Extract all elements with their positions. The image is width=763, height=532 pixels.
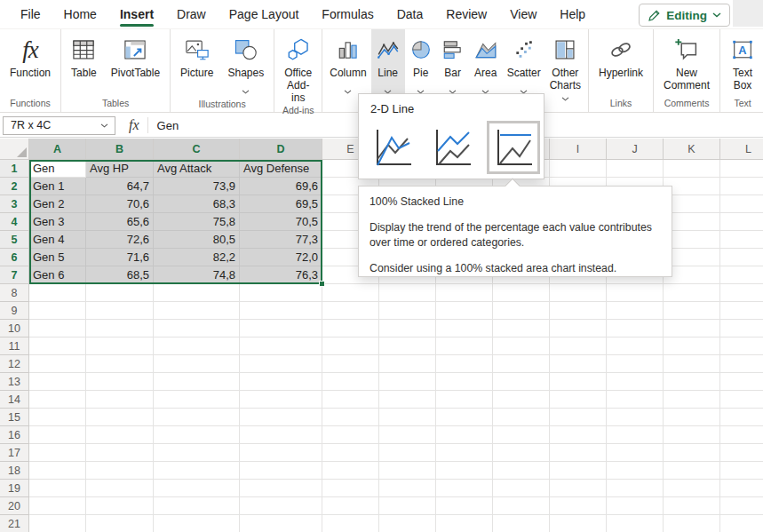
- cell-g10[interactable]: [436, 320, 493, 337]
- cell-c15[interactable]: [154, 409, 240, 426]
- cell-l20[interactable]: [720, 497, 763, 515]
- chart-option-100-stacked-line[interactable]: [491, 125, 536, 170]
- cell-k20[interactable]: [664, 497, 720, 515]
- cell-a9[interactable]: [29, 302, 86, 320]
- cell-a3[interactable]: Gen 2: [29, 195, 86, 213]
- text-box-button[interactable]: AText Box: [723, 29, 762, 97]
- cell-d7[interactable]: 76,3: [240, 266, 322, 284]
- cell-a10[interactable]: [29, 320, 86, 337]
- cell-d16[interactable]: [240, 426, 322, 444]
- cell-e15[interactable]: [322, 409, 379, 426]
- menu-tab-review[interactable]: Review: [434, 0, 498, 29]
- cell-g16[interactable]: [436, 426, 493, 444]
- cell-k15[interactable]: [664, 409, 720, 426]
- chart-option-line[interactable]: [370, 125, 415, 170]
- row-header-17[interactable]: 17: [0, 444, 29, 462]
- cell-l17[interactable]: [720, 444, 763, 462]
- cell-c6[interactable]: 82,2: [154, 249, 240, 266]
- row-header-20[interactable]: 20: [0, 497, 29, 515]
- cell-a7[interactable]: Gen 6: [29, 266, 86, 284]
- menu-tab-page-layout[interactable]: Page Layout: [218, 0, 311, 29]
- column-header-k[interactable]: K: [664, 139, 720, 160]
- cell-f11[interactable]: [379, 337, 436, 355]
- column-header-c[interactable]: C: [154, 139, 240, 160]
- cell-h15[interactable]: [493, 409, 550, 426]
- table-button[interactable]: Table: [64, 29, 104, 97]
- cell-d12[interactable]: [240, 355, 322, 373]
- cell-h12[interactable]: [493, 355, 550, 373]
- cell-b12[interactable]: [86, 355, 154, 373]
- cell-i19[interactable]: [550, 480, 607, 497]
- cell-j9[interactable]: [607, 302, 664, 320]
- cell-j10[interactable]: [607, 320, 664, 337]
- cell-i1[interactable]: [550, 160, 607, 178]
- cell-b1[interactable]: Avg HP: [86, 160, 154, 178]
- cell-e18[interactable]: [322, 462, 379, 480]
- cell-g15[interactable]: [436, 409, 493, 426]
- cell-i10[interactable]: [550, 320, 607, 337]
- cell-a21[interactable]: [29, 515, 86, 532]
- cell-b18[interactable]: [86, 462, 154, 480]
- row-header-13[interactable]: 13: [0, 373, 29, 391]
- cell-h11[interactable]: [493, 337, 550, 355]
- cell-a2[interactable]: Gen 1: [29, 178, 86, 195]
- cell-b6[interactable]: 71,6: [86, 249, 154, 266]
- cell-b11[interactable]: [86, 337, 154, 355]
- cell-j11[interactable]: [607, 337, 664, 355]
- formula-input[interactable]: Gen: [157, 119, 179, 132]
- cell-b5[interactable]: 72,6: [86, 231, 154, 249]
- row-header-3[interactable]: 3: [0, 195, 29, 213]
- cell-f17[interactable]: [379, 444, 436, 462]
- cell-l12[interactable]: [720, 355, 763, 373]
- cell-k21[interactable]: [664, 515, 720, 532]
- cell-d1[interactable]: Avg Defense: [240, 160, 322, 178]
- cell-j15[interactable]: [607, 409, 664, 426]
- cell-h18[interactable]: [493, 462, 550, 480]
- cell-l19[interactable]: [720, 480, 763, 497]
- cell-a14[interactable]: [29, 391, 86, 409]
- cell-g11[interactable]: [436, 337, 493, 355]
- row-header-5[interactable]: 5: [0, 231, 29, 249]
- cell-d18[interactable]: [240, 462, 322, 480]
- row-header-6[interactable]: 6: [0, 249, 29, 266]
- cell-e19[interactable]: [322, 480, 379, 497]
- column-header-d[interactable]: D: [240, 139, 322, 160]
- cell-d14[interactable]: [240, 391, 322, 409]
- cell-b21[interactable]: [86, 515, 154, 532]
- cell-f21[interactable]: [379, 515, 436, 532]
- new-comment-button[interactable]: New Comment: [656, 29, 717, 97]
- cell-k19[interactable]: [664, 480, 720, 497]
- cell-a13[interactable]: [29, 373, 86, 391]
- row-header-7[interactable]: 7: [0, 266, 29, 284]
- cell-j14[interactable]: [607, 391, 664, 409]
- cell-e16[interactable]: [322, 426, 379, 444]
- cell-h19[interactable]: [493, 480, 550, 497]
- row-header-9[interactable]: 9: [0, 302, 29, 320]
- cell-a20[interactable]: [29, 497, 86, 515]
- cell-k13[interactable]: [664, 373, 720, 391]
- row-header-10[interactable]: 10: [0, 320, 29, 337]
- cell-b20[interactable]: [86, 497, 154, 515]
- cell-k18[interactable]: [664, 462, 720, 480]
- cell-a17[interactable]: [29, 444, 86, 462]
- other-charts-button[interactable]: Other Charts: [545, 29, 585, 104]
- row-header-8[interactable]: 8: [0, 284, 29, 302]
- cell-e11[interactable]: [322, 337, 379, 355]
- cell-h17[interactable]: [493, 444, 550, 462]
- cell-d11[interactable]: [240, 337, 322, 355]
- cell-b4[interactable]: 65,6: [86, 213, 154, 231]
- cell-l18[interactable]: [720, 462, 763, 480]
- cell-a12[interactable]: [29, 355, 86, 373]
- cell-e14[interactable]: [322, 391, 379, 409]
- column-header-j[interactable]: J: [607, 139, 664, 160]
- cell-a5[interactable]: Gen 4: [29, 231, 86, 249]
- cell-i16[interactable]: [550, 426, 607, 444]
- cell-k11[interactable]: [664, 337, 720, 355]
- cell-f16[interactable]: [379, 426, 436, 444]
- cell-a15[interactable]: [29, 409, 86, 426]
- cell-j16[interactable]: [607, 426, 664, 444]
- cell-j21[interactable]: [607, 515, 664, 532]
- cell-i21[interactable]: [550, 515, 607, 532]
- cell-a16[interactable]: [29, 426, 86, 444]
- cell-d19[interactable]: [240, 480, 322, 497]
